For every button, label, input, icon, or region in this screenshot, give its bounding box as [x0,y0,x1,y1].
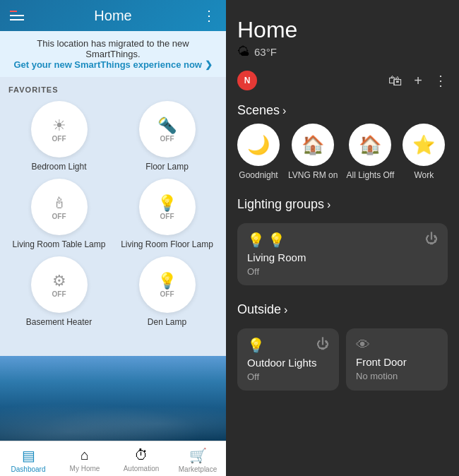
star-icon: ⭐ [412,134,435,156]
living-room-table-lamp-button[interactable]: 🕯 OFF [31,179,88,235]
background-image [0,356,226,441]
favorites-section: FAVORITES ☀ OFF Bedroom Light 🔦 OFF Floo… [0,77,226,356]
outdoor-power-icon[interactable]: ⏻ [316,337,329,352]
outside-section-header[interactable]: Outside › [226,294,459,323]
bag-icon[interactable]: 🛍 [388,73,403,89]
nav-my-home-label: My Home [70,465,100,472]
weather-row: 🌤 63°F [237,44,297,59]
basement-heater-label: Basement Heater [26,317,92,327]
den-lamp-icon: 💡 [157,272,177,290]
scene-lvng-rm-on[interactable]: 🏠 LVNG RM on [288,124,338,180]
left-panel: Home ⋮ This location has migrated to the… [0,0,226,476]
add-icon[interactable]: + [414,73,422,89]
living-room-name: Living Room [247,251,438,263]
table-lamp-icon: 🕯 [52,194,67,213]
moon-icon: 🌙 [247,134,270,156]
more-icon[interactable]: ⋮ [434,72,448,89]
den-lamp-button[interactable]: 💡 OFF [139,256,196,313]
outside-title: Outside [237,302,281,317]
nav-automation[interactable]: ⏱ Automation [113,447,169,473]
sun-icon: ☀ [52,117,66,135]
scenes-section-header[interactable]: Scenes › [226,95,459,124]
bedroom-light-button[interactable]: ☀ OFF [31,101,88,157]
outdoor-lights-card[interactable]: 💡 ⏻ Outdoor Lights Off [237,328,339,391]
bulb-icon-1: 💡 [247,232,265,249]
marketplace-icon: 🛒 [189,447,207,464]
list-item: 💡 OFF Den Lamp [117,256,217,327]
lighting-groups-arrow-icon: › [327,198,330,211]
floor-lamp-icon: 💡 [157,194,177,213]
house2-icon: 🏠 [359,134,381,156]
automation-icon: ⏱ [134,447,148,463]
outdoor-lights-top: 💡 ⏻ [247,337,329,354]
device-grid: ☀ OFF Bedroom Light 🔦 OFF Floor Lamp 🕯 O… [8,101,217,327]
list-item: 💡 OFF Living Room Floor Lamp [117,179,217,249]
scene-goodnight-circle: 🌙 [237,124,280,166]
bulb-icons: 💡 💡 [247,232,285,249]
list-item: ☀ OFF Bedroom Light [8,101,109,172]
nav-marketplace[interactable]: 🛒 Marketplace [169,447,226,473]
scene-lvng-rm-on-label: LVNG RM on [288,170,338,180]
hamburger-menu[interactable] [10,11,24,20]
floor-lamp-label: Floor Lamp [145,162,189,172]
bottom-navigation: ▤ Dashboard ⌂ My Home ⏱ Automation 🛒 Mar… [0,441,226,476]
scene-all-lights-off[interactable]: 🏠 All Lights Off [346,124,394,180]
house-icon: 🏠 [302,134,324,156]
scene-all-lights-off-circle: 🏠 [349,124,391,166]
home-title-block: Home 🌤 63°F [237,17,297,59]
right-toolbar: N 🛍 + ⋮ [226,66,459,95]
scenes-list: 🌙 Goodnight 🏠 LVNG RM on 🏠 All Lights Of… [226,124,459,189]
outside-section: 💡 ⏻ Outdoor Lights Off 👁 Front Door No m… [226,323,459,399]
home-title: Home [237,17,297,43]
scene-work-circle: ⭐ [403,124,445,166]
basement-heater-button[interactable]: ⚙ OFF [31,256,88,313]
left-header: Home ⋮ [0,0,226,31]
banner-cta[interactable]: Get your new SmartThings experience now … [13,59,212,70]
scene-work[interactable]: ⭐ Work [403,124,445,180]
front-door-status: No motion [356,371,438,381]
home-icon: ⌂ [81,447,89,463]
nav-my-home[interactable]: ⌂ My Home [56,447,113,473]
living-room-status: Off [247,266,438,277]
card-top-row: 💡 💡 ⏻ [247,232,438,249]
banner-text: This location has migrated to the new Sm… [37,38,189,59]
heater-icon: ⚙ [52,272,66,290]
floor-lamp-button[interactable]: 🔦 OFF [139,101,196,157]
scene-work-label: Work [414,170,434,180]
notification-badge[interactable]: N [237,71,257,90]
outside-cards-row: 💡 ⏻ Outdoor Lights Off 👁 Front Door No m… [237,328,448,391]
bulb-icon-2: 💡 [268,232,285,249]
scenes-title: Scenes [237,103,280,118]
outdoor-lights-name: Outdoor Lights [247,357,329,369]
nav-dashboard-label: Dashboard [11,465,46,473]
list-item: ⚙ OFF Basement Heater [8,256,109,327]
nav-dashboard[interactable]: ▤ Dashboard [0,447,56,473]
living-room-table-lamp-label: Living Room Table Lamp [13,239,106,249]
den-lamp-label: Den Lamp [148,317,186,327]
motion-sensor-icon: 👁 [356,337,370,353]
front-door-top: 👁 [356,337,438,353]
scene-goodnight[interactable]: 🌙 Goodnight [237,124,280,180]
outdoor-bulb-icon: 💡 [247,337,265,354]
weather-temp: 63°F [254,46,277,58]
nav-automation-label: Automation [124,465,160,472]
power-icon[interactable]: ⏻ [425,232,438,246]
nav-marketplace-label: Marketplace [179,465,217,473]
right-panel: Home 🌤 63°F N 🛍 + ⋮ Scenes › 🌙 Goodnight [226,0,459,476]
front-door-name: Front Door [356,356,438,368]
left-header-title: Home [94,8,131,24]
living-room-card[interactable]: 💡 💡 ⏻ Living Room Off [237,223,448,285]
outdoor-lights-status: Off [247,371,329,382]
weather-sun-icon: 🌤 [237,44,250,59]
favorites-label: FAVORITES [8,85,217,94]
front-door-card[interactable]: 👁 Front Door No motion [346,328,448,391]
lighting-groups-header[interactable]: Lighting groups › [226,189,459,218]
right-header: Home 🌤 63°F [226,0,459,66]
living-room-floor-lamp-label: Living Room Floor Lamp [121,239,213,249]
lighting-section: 💡 💡 ⏻ Living Room Off [226,218,459,294]
lamp-icon: 🔦 [157,117,177,135]
living-room-floor-lamp-button[interactable]: 💡 OFF [139,179,196,235]
outside-arrow-icon: › [284,304,287,316]
header-more-icon[interactable]: ⋮ [202,7,216,24]
lighting-groups-title: Lighting groups [237,197,324,212]
